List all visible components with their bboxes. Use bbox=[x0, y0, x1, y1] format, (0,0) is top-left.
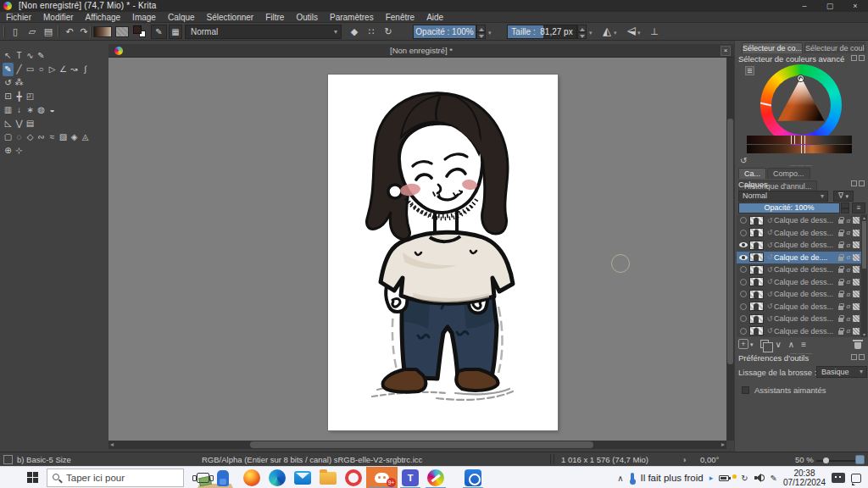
layer-name[interactable]: Calque de dess... bbox=[774, 327, 838, 336]
taskbar-app-icon[interactable] bbox=[341, 467, 366, 488]
tool-button[interactable]: ▭ bbox=[25, 63, 36, 76]
add-layer-button[interactable]: + bbox=[738, 339, 748, 349]
tool-button[interactable] bbox=[80, 49, 91, 63]
inherit-alpha-icon[interactable] bbox=[853, 303, 860, 310]
horizontal-scrollbar[interactable]: ◂ ▸ bbox=[108, 441, 726, 449]
taskbar-app-icon[interactable] bbox=[290, 467, 315, 488]
layer-thumbnail[interactable] bbox=[749, 290, 764, 299]
menu-item[interactable]: Sélectionner bbox=[201, 13, 260, 22]
layer-list-scrollbar[interactable]: ▴ ▾ bbox=[861, 214, 867, 337]
undo-icon[interactable]: ↶ bbox=[63, 25, 76, 38]
action-center-icon[interactable] bbox=[851, 474, 861, 483]
taskbar-app-icon[interactable] bbox=[423, 467, 448, 488]
search-input[interactable]: Taper ici pour bbox=[47, 469, 184, 487]
tool-button[interactable]: ↺ bbox=[3, 76, 14, 90]
tool-button[interactable]: ▷ bbox=[47, 63, 58, 76]
fit-canvas-icon[interactable] bbox=[855, 455, 865, 464]
save-document-icon[interactable]: ▤ bbox=[42, 25, 55, 38]
close-docker-icon[interactable] bbox=[859, 55, 865, 61]
visibility-toggle[interactable] bbox=[737, 217, 749, 224]
visibility-toggle[interactable] bbox=[737, 328, 749, 335]
tool-button[interactable] bbox=[58, 144, 69, 158]
tool-button[interactable]: ↓ bbox=[14, 103, 25, 117]
tool-button[interactable] bbox=[80, 117, 91, 130]
snap-assistants-checkbox[interactable] bbox=[742, 386, 749, 394]
visibility-toggle[interactable] bbox=[737, 255, 749, 260]
tool-button[interactable] bbox=[36, 144, 47, 158]
layer-row[interactable]: ↺ Calque de dess... α bbox=[737, 276, 861, 289]
tool-button[interactable] bbox=[36, 117, 47, 130]
color-wheel[interactable] bbox=[760, 64, 842, 146]
layer-thumbnail[interactable] bbox=[749, 216, 764, 225]
delete-layer-button[interactable] bbox=[854, 340, 862, 349]
tool-button[interactable] bbox=[69, 49, 80, 63]
rotation-value[interactable]: 0,00° bbox=[700, 455, 719, 464]
layer-name[interactable]: Calque de dess... bbox=[774, 265, 838, 274]
brush-presets-button[interactable]: ▦ bbox=[169, 25, 182, 39]
layer-opacity-spinner[interactable] bbox=[841, 202, 849, 214]
opacity-slider[interactable]: Opacité : 100% bbox=[413, 25, 476, 39]
tool-button[interactable]: ↝ bbox=[69, 63, 80, 76]
tool-button[interactable]: ◺ bbox=[3, 117, 14, 130]
mirror-vertical-icon[interactable]: ◭ bbox=[624, 25, 637, 38]
zoom-value[interactable]: 50 % bbox=[795, 455, 814, 464]
inherit-alpha-icon[interactable] bbox=[853, 291, 860, 297]
layer-row[interactable]: ↺ Calque de dess... α bbox=[737, 301, 861, 313]
tool-button[interactable] bbox=[58, 49, 69, 63]
tool-button[interactable] bbox=[36, 90, 47, 103]
inherit-alpha-icon[interactable] bbox=[853, 315, 860, 322]
layer-properties-button[interactable]: ≡ bbox=[852, 202, 865, 214]
layer-thumbnail[interactable] bbox=[749, 241, 764, 250]
selection-mode-icon[interactable] bbox=[3, 455, 13, 464]
inherit-alpha-icon[interactable] bbox=[853, 241, 860, 248]
layer-row[interactable]: ↺ Calque de de.... α bbox=[737, 252, 861, 264]
tool-button[interactable] bbox=[25, 76, 36, 90]
tool-button[interactable]: ✎ bbox=[36, 49, 47, 63]
lock-icon[interactable] bbox=[838, 306, 843, 310]
chevron-down-icon[interactable]: ▾ bbox=[614, 30, 617, 36]
tool-button[interactable] bbox=[36, 76, 47, 90]
tool-button[interactable] bbox=[58, 76, 69, 90]
menu-item[interactable]: Filtre bbox=[259, 13, 290, 22]
scrollbar-thumb[interactable] bbox=[727, 119, 733, 364]
tool-button[interactable]: ▨ bbox=[58, 130, 69, 144]
color-history-bar[interactable] bbox=[747, 136, 852, 144]
menu-item[interactable]: Modifier bbox=[37, 13, 80, 22]
tool-button[interactable]: ◒ bbox=[47, 103, 58, 117]
layer-name[interactable]: Calque de dess... bbox=[774, 216, 838, 225]
layer-thumbnail[interactable] bbox=[749, 302, 764, 311]
tool-button[interactable]: ⋁ bbox=[14, 117, 25, 130]
taskbar-app-icon[interactable]: T bbox=[398, 467, 423, 488]
scroll-right-icon[interactable]: ▸ bbox=[721, 441, 725, 449]
wrap-around-icon[interactable]: ⊥ bbox=[648, 25, 661, 38]
visibility-toggle[interactable] bbox=[737, 242, 749, 247]
inherit-alpha-icon[interactable] bbox=[853, 279, 860, 286]
tool-button[interactable] bbox=[58, 103, 69, 117]
layer-row[interactable]: ↺ Calque de dess... α bbox=[737, 263, 861, 276]
tool-button[interactable] bbox=[80, 144, 91, 158]
tool-button[interactable]: ◍ bbox=[36, 103, 47, 117]
layer-row[interactable]: ↺ Calque de dess... α bbox=[737, 227, 861, 240]
layer-thumbnail[interactable] bbox=[749, 252, 764, 262]
mirror-horizontal-icon[interactable]: ◭ bbox=[600, 25, 614, 38]
tool-button[interactable]: ⊹ bbox=[14, 144, 25, 158]
vertical-scrollbar[interactable] bbox=[726, 58, 734, 441]
layer-name[interactable]: Calque de dess... bbox=[774, 290, 838, 298]
hidden-icons-chevron[interactable]: ∧ bbox=[617, 474, 623, 483]
layer-name[interactable]: Calque de dess... bbox=[774, 314, 838, 323]
visibility-toggle[interactable] bbox=[737, 315, 749, 322]
tab-color-selector[interactable]: Sélecteur de coule... bbox=[804, 42, 865, 53]
brush-editor-button[interactable]: ✎ bbox=[151, 25, 167, 39]
toolbar-grip[interactable] bbox=[90, 26, 92, 37]
layer-row[interactable]: ↺ Calque de dess... α bbox=[737, 239, 861, 252]
tool-button[interactable]: ∫ bbox=[80, 63, 91, 76]
tool-button[interactable] bbox=[58, 90, 69, 103]
smoothing-combo[interactable]: Basique▾ bbox=[816, 366, 867, 378]
volume-icon[interactable] bbox=[754, 474, 765, 482]
tool-button[interactable] bbox=[47, 90, 58, 103]
tool-button[interactable] bbox=[69, 117, 80, 130]
size-spinner[interactable] bbox=[577, 25, 587, 39]
lock-icon[interactable] bbox=[838, 318, 843, 322]
choose-workspace-icon[interactable]: ∷ bbox=[364, 25, 378, 38]
tool-button[interactable]: ▥ bbox=[3, 103, 14, 117]
